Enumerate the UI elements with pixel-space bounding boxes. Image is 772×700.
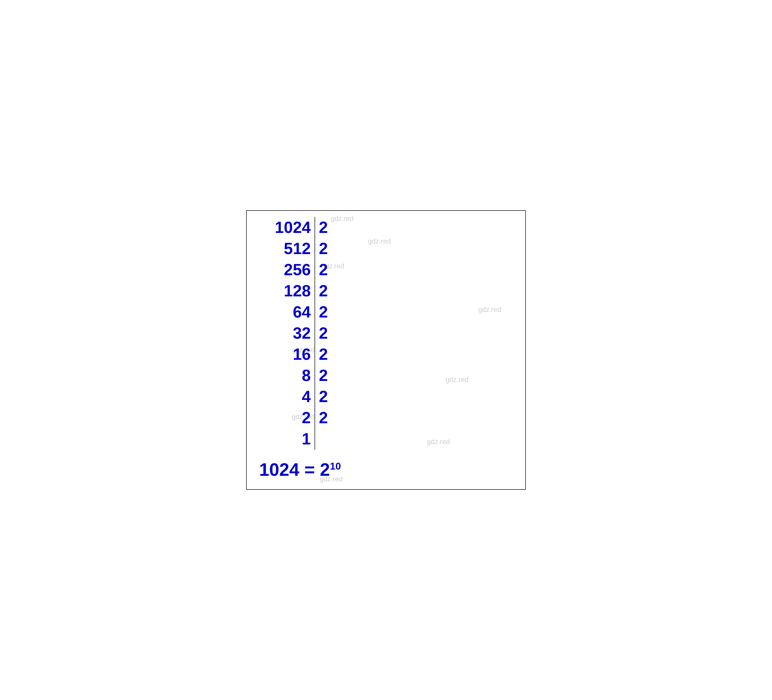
right-cell-2-10: 2 — [317, 407, 329, 428]
vertical-divider — [314, 217, 315, 450]
division-table: 1024 512 256 128 64 32 16 8 4 2 1 2 2 2 … — [253, 217, 519, 450]
left-cell-512: 512 — [283, 238, 312, 259]
right-cell-empty — [317, 428, 329, 450]
right-cell-2-1: 2 — [317, 217, 329, 238]
right-column: 2 2 2 2 2 2 2 2 2 2 — [317, 217, 329, 450]
left-cell-128: 128 — [283, 280, 312, 302]
left-cell-8: 8 — [301, 365, 312, 386]
left-cell-64: 64 — [291, 302, 312, 323]
right-cell-2-7: 2 — [317, 344, 329, 365]
right-cell-2-5: 2 — [317, 302, 329, 323]
result-exponent: 10 — [330, 461, 341, 472]
right-cell-2-4: 2 — [317, 280, 329, 302]
left-cell-1024: 1024 — [273, 217, 312, 238]
right-cell-2-8: 2 — [317, 365, 329, 386]
right-cell-2-2: 2 — [317, 238, 329, 259]
result-base: 1024 = 2 — [259, 459, 330, 480]
left-cell-32: 32 — [291, 323, 312, 344]
right-cell-2-6: 2 — [317, 323, 329, 344]
main-container: gdz.red gdz.red gdz.red gdz.red gdz.red … — [246, 210, 526, 490]
left-cell-4: 4 — [301, 386, 312, 407]
left-cell-2: 2 — [301, 407, 312, 428]
left-column: 1024 512 256 128 64 32 16 8 4 2 1 — [253, 217, 312, 450]
left-cell-1: 1 — [301, 428, 312, 450]
left-cell-256: 256 — [283, 259, 312, 280]
left-cell-16: 16 — [291, 344, 312, 365]
result-line: 1024 = 210 — [259, 459, 519, 480]
right-cell-2-9: 2 — [317, 386, 329, 407]
right-cell-2-3: 2 — [317, 259, 329, 280]
